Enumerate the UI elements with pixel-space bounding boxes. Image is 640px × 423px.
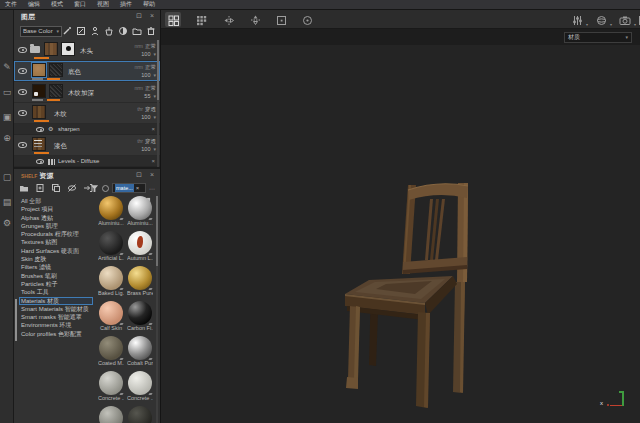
shelf-category[interactable]: Alphas 透贴 xyxy=(19,214,93,222)
visibility-eye-icon[interactable] xyxy=(18,47,27,53)
layer-mask-thumbnail[interactable] xyxy=(49,63,63,77)
layer-thumbnail[interactable] xyxy=(32,105,46,119)
blend-mode[interactable]: nrm正常 xyxy=(114,84,156,92)
circle-dot-icon[interactable] xyxy=(299,12,315,27)
layer-row[interactable]: 木纹 thr穿透 100▾ xyxy=(14,103,160,124)
search-input[interactable]: mate... × xyxy=(112,183,146,193)
display-mode-icon[interactable]: ▢ xyxy=(0,170,14,184)
add-smart-mask-icon[interactable] xyxy=(118,26,128,36)
shelf-category[interactable]: Brushes 笔刷 xyxy=(19,272,93,280)
remove-effect-icon[interactable]: × xyxy=(151,126,155,132)
material-item[interactable]: Aluminiu... xyxy=(98,196,124,228)
layers-scrollbar[interactable] xyxy=(157,40,159,167)
material-item[interactable]: Concrete ... xyxy=(98,371,124,403)
layer-effect-row[interactable]: Levels - Diffuse × xyxy=(14,156,160,167)
material-item[interactable]: Calf Skin xyxy=(98,301,124,333)
stack-icon[interactable] xyxy=(51,183,61,193)
shelf-category[interactable]: Particles 粒子 xyxy=(19,280,93,288)
material-item[interactable]: Coated M... xyxy=(98,336,124,368)
add-effect-wand-icon[interactable] xyxy=(62,26,72,36)
shelf-category[interactable]: Environments 环境 xyxy=(19,321,93,329)
layer-effect-row[interactable]: ⚙ sharpen × xyxy=(14,124,160,135)
menu-plugins[interactable]: 插件 xyxy=(120,0,132,9)
more-options-icon[interactable]: ⋯ xyxy=(149,185,156,192)
material-item[interactable]: Aluminiu... xyxy=(127,196,153,228)
shelf-panel-icon[interactable]: ▤ xyxy=(0,195,14,209)
layer-thumbnail[interactable] xyxy=(44,42,58,56)
add-smart-material-icon[interactable] xyxy=(76,26,86,36)
shelf-category[interactable]: Color profiles 色彩配置 xyxy=(19,330,93,338)
viewport-3d[interactable]: 材质 ▾ xyxy=(161,30,640,423)
dock-icon[interactable]: ⊡ xyxy=(134,11,144,21)
material-item[interactable]: Cobalt Pure xyxy=(127,336,153,368)
shelf-left-scrollbar[interactable] xyxy=(15,299,17,341)
brush-tool-icon[interactable]: ✎ xyxy=(0,60,14,74)
layer-thumbnail[interactable] xyxy=(32,137,46,151)
material-item[interactable]: Autumn L... xyxy=(127,231,153,263)
layer-row[interactable]: 木纹加深 nrm正常 55▾ xyxy=(14,82,160,103)
projection-tool-icon[interactable]: ▣ xyxy=(0,110,14,124)
add-instance-icon[interactable] xyxy=(90,26,100,36)
clear-search-icon[interactable]: × xyxy=(136,185,140,191)
materials-scrollbar[interactable] xyxy=(156,196,158,423)
visibility-eye-icon[interactable] xyxy=(36,127,44,132)
channel-selector-dropdown[interactable]: Base Color ▾ xyxy=(20,26,62,37)
shelf-category[interactable]: Skin 皮肤 xyxy=(19,255,93,263)
material-item[interactable]: Baked Lig... xyxy=(98,266,124,298)
material-item[interactable]: Carbon Fi... xyxy=(127,301,153,333)
layer-thumbnail[interactable] xyxy=(32,84,46,98)
visibility-eye-icon[interactable] xyxy=(18,89,27,95)
open-folder-icon[interactable] xyxy=(19,183,29,193)
delete-layer-icon[interactable] xyxy=(146,26,156,36)
shelf-category[interactable]: Filters 滤镜 xyxy=(19,263,93,271)
dock-icon[interactable]: ⊡ xyxy=(134,170,144,180)
menu-view[interactable]: 视图 xyxy=(97,0,109,9)
shelf-category[interactable]: Textures 贴图 xyxy=(19,238,93,246)
eraser-tool-icon[interactable]: ▭ xyxy=(0,85,14,99)
add-fill-layer-icon[interactable] xyxy=(104,26,114,36)
shelf-category[interactable]: Procedurals 程序纹理 xyxy=(19,230,93,238)
symmetry-vertical-icon[interactable] xyxy=(247,12,263,27)
material-item[interactable] xyxy=(98,406,124,423)
visibility-eye-icon[interactable] xyxy=(36,159,44,164)
shelf-category[interactable]: Project 项目 xyxy=(19,205,93,213)
shelf-category-selected[interactable]: Materials 材质 xyxy=(19,297,93,305)
sliders-icon[interactable]: ▾ xyxy=(569,12,585,27)
visibility-eye-icon[interactable] xyxy=(18,110,27,116)
shelf-category[interactable]: Smart Materials 智能材质 xyxy=(19,305,93,313)
mirror-horizontal-icon[interactable] xyxy=(221,12,237,27)
visibility-eye-icon[interactable] xyxy=(18,142,27,148)
menu-file[interactable]: 文件 xyxy=(5,0,17,9)
grid-small-icon[interactable] xyxy=(165,12,181,27)
blend-mode[interactable]: thr穿透 xyxy=(114,137,156,145)
polygon-fill-tool-icon[interactable]: ⊕ xyxy=(0,131,14,145)
blend-mode[interactable]: thr穿透 xyxy=(114,105,156,113)
grid-dots-icon[interactable] xyxy=(193,12,209,27)
layer-mask-thumbnail[interactable] xyxy=(61,42,75,56)
layer-row-selected[interactable]: 底色 nrm正常 100▾ xyxy=(14,61,160,82)
menu-edit[interactable]: 编辑 xyxy=(28,0,40,9)
blend-mode[interactable]: nrm正常 xyxy=(114,63,156,71)
blend-mode[interactable]: nrm正常 xyxy=(114,42,156,50)
filter-funnel-icon[interactable] xyxy=(90,184,99,193)
eye-slash-icon[interactable] xyxy=(67,183,77,193)
shelf-category[interactable]: Smart masks 智能遮罩 xyxy=(19,313,93,321)
close-icon[interactable]: × xyxy=(147,170,157,180)
frame-dot-icon[interactable] xyxy=(273,12,289,27)
shelf-category[interactable]: Tools 工具 xyxy=(19,288,93,296)
menu-help[interactable]: 帮助 xyxy=(143,0,155,9)
remove-effect-icon[interactable]: × xyxy=(151,158,155,164)
shelf-category[interactable]: All 全部 xyxy=(19,197,93,205)
material-item[interactable] xyxy=(127,406,153,423)
shelf-category[interactable]: Hard Surfaces 硬表面 xyxy=(19,247,93,255)
layer-thumbnail[interactable] xyxy=(32,63,46,77)
settings-gear-icon[interactable]: ⚙ xyxy=(0,216,14,230)
filter-state-icon[interactable] xyxy=(102,185,109,192)
import-resource-icon[interactable] xyxy=(35,183,45,193)
material-item[interactable]: Concrete ... xyxy=(127,371,153,403)
layer-row[interactable]: 漆色 thr穿透 100▾ xyxy=(14,135,160,156)
menu-mode[interactable]: 模式 xyxy=(51,0,63,9)
menu-window[interactable]: 窗口 xyxy=(74,0,86,9)
visibility-eye-icon[interactable] xyxy=(18,68,27,74)
close-icon[interactable]: × xyxy=(147,11,157,21)
